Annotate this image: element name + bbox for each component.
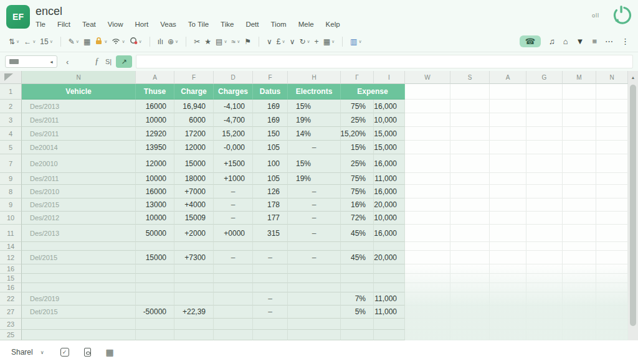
empty-cell[interactable]	[450, 306, 490, 319]
column-header-A[interactable]: A	[490, 71, 526, 84]
empty-cell[interactable]	[450, 100, 490, 113]
row-number[interactable]: 11	[0, 225, 22, 242]
expand-chevron-icon[interactable]: ∨	[267, 38, 272, 45]
cell[interactable]: De20014	[22, 141, 136, 154]
cell[interactable]: –	[288, 185, 341, 198]
header-cell-charges[interactable]: Charges	[214, 84, 253, 100]
empty-cell[interactable]	[563, 274, 596, 283]
empty-cell[interactable]	[405, 264, 450, 274]
row-number[interactable]: 27	[0, 306, 22, 319]
empty-cell[interactable]	[563, 264, 596, 274]
chevron-down-icon[interactable]: ∨	[121, 39, 125, 44]
cell[interactable]: 12000	[136, 154, 174, 173]
formula-input[interactable]	[136, 55, 633, 68]
empty-cell[interactable]	[405, 100, 450, 113]
cell[interactable]: –	[288, 212, 341, 225]
cell[interactable]	[136, 330, 174, 340]
row-number[interactable]: 16	[0, 264, 22, 274]
chevron-down-icon[interactable]: ∨	[104, 39, 107, 44]
empty-cell[interactable]	[490, 173, 526, 185]
style-icon[interactable]: 15∨	[40, 38, 52, 45]
empty-cell[interactable]	[450, 127, 490, 141]
cell[interactable]: 15,200	[214, 127, 253, 141]
cell[interactable]: 315	[253, 225, 288, 242]
cell[interactable]: 75%	[341, 185, 374, 198]
cell[interactable]: Des/2019	[22, 292, 136, 306]
cell[interactable]: 15,000	[374, 127, 405, 141]
funnel-icon[interactable]: £∨	[277, 38, 285, 45]
menu-item-viow[interactable]: Viow	[108, 21, 123, 28]
empty-cell[interactable]	[563, 251, 596, 264]
cell[interactable]: 16,000	[374, 225, 405, 242]
empty-cell[interactable]	[596, 330, 628, 340]
empty-cell[interactable]	[563, 242, 596, 251]
cell[interactable]	[288, 274, 341, 283]
cell[interactable]	[374, 264, 405, 274]
row-number[interactable]: 25	[0, 330, 22, 340]
cell[interactable]: 15%	[341, 141, 374, 154]
cell[interactable]: -0,000	[214, 141, 253, 154]
header-cell-charge[interactable]: Charge	[174, 84, 214, 100]
call-button[interactable]: ☎	[520, 35, 541, 47]
cell[interactable]: 16,000	[374, 154, 405, 173]
row-number[interactable]: 3	[0, 113, 22, 127]
filter-icon[interactable]: ▼	[576, 37, 584, 45]
cell[interactable]: 16,000	[374, 185, 405, 198]
cell[interactable]	[374, 330, 405, 340]
empty-cell[interactable]	[596, 84, 628, 100]
empty-cell[interactable]	[405, 292, 450, 306]
empty-cell[interactable]	[490, 154, 526, 173]
empty-cell[interactable]	[490, 84, 526, 100]
record-icon[interactable]: ∨	[130, 37, 142, 46]
row-number[interactable]: 8	[0, 185, 22, 198]
cell[interactable]: 14%	[288, 127, 341, 141]
extra-chevron-icon[interactable]: ∨	[290, 38, 295, 45]
cell[interactable]: Des/2011	[22, 127, 136, 141]
empty-cell[interactable]	[596, 141, 628, 154]
empty-cell[interactable]	[405, 330, 450, 340]
cell[interactable]: –	[288, 251, 341, 264]
pen-icon[interactable]: ✎∨	[69, 38, 79, 45]
cell[interactable]	[174, 319, 214, 330]
column-header-D[interactable]: D	[214, 71, 253, 84]
empty-cell[interactable]	[490, 330, 526, 340]
empty-cell[interactable]	[450, 283, 490, 292]
empty-cell[interactable]	[490, 283, 526, 292]
header-cell-vehicle[interactable]: Vehicle	[22, 84, 136, 100]
more-icon[interactable]: ⋯	[605, 37, 613, 45]
cell[interactable]	[174, 292, 214, 306]
empty-cell[interactable]	[596, 292, 628, 306]
empty-cell[interactable]	[405, 306, 450, 319]
cell[interactable]: +7300	[174, 251, 214, 264]
cell[interactable]	[253, 330, 288, 340]
cell[interactable]: 25%	[341, 113, 374, 127]
cell[interactable]: 15%	[288, 100, 341, 113]
cell[interactable]	[136, 292, 174, 306]
row-number[interactable]: 9	[0, 198, 22, 212]
globe-icon[interactable]: ⊕∨	[168, 38, 178, 45]
empty-cell[interactable]	[490, 242, 526, 251]
row-number[interactable]: 2	[0, 100, 22, 113]
sheet-tab[interactable]: Sharel	[11, 348, 33, 357]
cell[interactable]	[374, 319, 405, 330]
chevron-down-icon[interactable]: ∨	[32, 39, 36, 44]
cell[interactable]: 75%	[341, 100, 374, 113]
equals-icon[interactable]: ≈∨	[232, 38, 240, 45]
name-box[interactable]: ◄	[5, 55, 57, 68]
go-button[interactable]: ↗	[116, 55, 132, 68]
scroll-up-icon[interactable]: ▲	[628, 71, 638, 83]
empty-cell[interactable]	[526, 274, 563, 283]
cell[interactable]	[174, 274, 214, 283]
cell[interactable]	[341, 264, 374, 274]
cell[interactable]: 16000	[136, 185, 174, 198]
cell[interactable]: Des/2013	[22, 225, 136, 242]
cell[interactable]	[214, 319, 253, 330]
cell[interactable]	[214, 264, 253, 274]
cell[interactable]: +7000	[174, 185, 214, 198]
empty-cell[interactable]	[563, 84, 596, 100]
cell[interactable]	[374, 274, 405, 283]
empty-cell[interactable]	[490, 212, 526, 225]
cell[interactable]	[174, 242, 214, 251]
cell[interactable]: –	[253, 306, 288, 319]
cell[interactable]	[214, 242, 253, 251]
